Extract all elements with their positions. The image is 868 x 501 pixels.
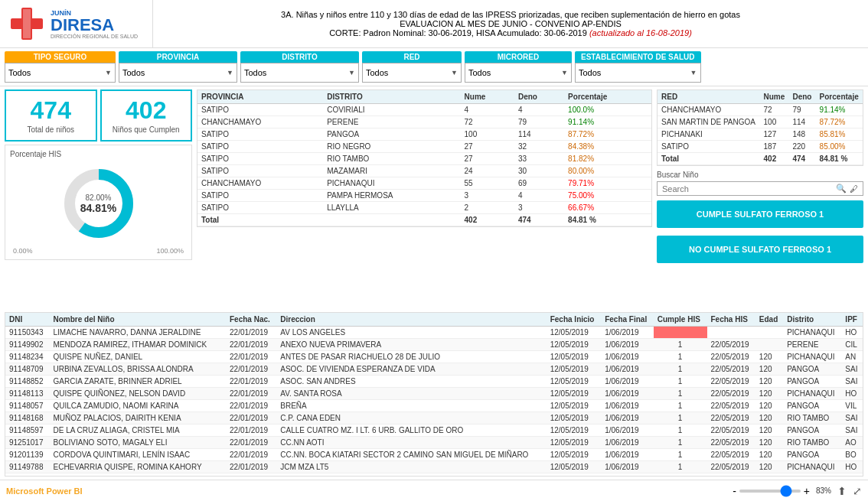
zoom-value: 83%: [816, 486, 831, 495]
table-row: CHANCHAMAYOPICHANAQUI556979.71%: [197, 177, 651, 190]
middle-panel: PROVINCIA DISTRITO Nume Deno Porcentaje …: [197, 89, 652, 309]
red-th-pct: Porcentaje: [816, 90, 863, 104]
porcentaje-title: Porcentaje HIS: [10, 150, 187, 158]
microred-select[interactable]: Todos ▼: [465, 63, 572, 83]
table-row: SAN MARTIN DE PANGOA10011487.72%: [658, 116, 863, 129]
cumple-button[interactable]: CUMPLE SULFATO FERROSO 1: [657, 200, 863, 228]
red-group: RED Todos ▼: [362, 51, 462, 83]
red-label: RED: [362, 51, 462, 63]
total-ninos-number: 474: [9, 97, 93, 124]
list-item: 91201139CORDOVA QUINTIMARI, LENÍN ISAAC2…: [5, 449, 863, 461]
bottom-data-table: DNINombre del NiñoFecha Nac.DireccionFec…: [5, 313, 863, 477]
list-item: 91148852GARCIA ZARATE, BRINNER ADRIEL22/…: [5, 376, 863, 388]
svg-rect-2: [23, 9, 31, 38]
list-item: 91251017BOLIVIANO SOTO, MAGALY ELI22/01/…: [5, 437, 863, 449]
upper-content: 474 Total de niños 402 Niños que Cumplen…: [0, 86, 868, 312]
tipo-seguro-select[interactable]: Todos ▼: [5, 63, 116, 83]
list-item: 91149902MENDOZA RAMIREZ, ITHAMAR DOMINIC…: [5, 339, 863, 351]
list-item: 91150343LIMACHE NAVARRO, DANNA JERALDINE…: [5, 327, 863, 339]
tipo-seguro-label: TIPO SEGURO: [5, 51, 116, 63]
zoom-minus[interactable]: -: [733, 485, 736, 497]
province-table: PROVINCIA DISTRITO Nume Deno Porcentaje …: [197, 90, 651, 226]
search-input[interactable]: [662, 184, 833, 194]
list-item: 91148597DE LA CRUZ ALIAGA, CRISTEL MIA22…: [5, 425, 863, 437]
table-row: SATIPORIO TAMBO273381.82%: [197, 153, 651, 165]
estab-group: ESTABLECIMIENTO DE SALUD Todos ▼: [575, 51, 701, 83]
tipo-seguro-group: TIPO SEGURO Todos ▼: [5, 51, 116, 83]
provincia-group: PROVINCIA Todos ▼: [119, 51, 237, 83]
estab-select[interactable]: Todos ▼: [575, 63, 701, 83]
table-row: SATIPOPANGOA10011487.72%: [197, 129, 651, 141]
table-row: SATIPOPAMPA HERMOSA3475.00%: [197, 190, 651, 202]
provincia-select[interactable]: Todos ▼: [119, 63, 237, 83]
microred-label: MICRORED: [465, 51, 572, 63]
zoom-slider[interactable]: [739, 490, 801, 493]
table-row: SATIPOMAZAMARI243080.00%: [197, 165, 651, 177]
microred-group: MICRORED Todos ▼: [465, 51, 572, 83]
filter-icon[interactable]: 🖋: [850, 184, 858, 194]
bottom-table-section[interactable]: DNINombre del NiñoFecha Nac.DireccionFec…: [5, 312, 863, 477]
expand-icon[interactable]: ⤢: [853, 485, 862, 497]
top-header: JUNÍN DIRESA DIRECCIÓN REGIONAL DE SALUD…: [0, 0, 868, 48]
search-label: Buscar Niño: [657, 171, 863, 179]
list-item: 91148168MUÑOZ PALACIOS, DAIRITH KENIA22/…: [5, 412, 863, 425]
logo-container: JUNÍN DIRESA DIRECCIÓN REGIONAL DE SALUD: [8, 5, 138, 43]
donut-labels: 0.00% 100.00%: [10, 247, 187, 255]
list-item: 91148709URBINA ZEVALLOS, BRISSA ALONDRA2…: [5, 363, 863, 376]
list-item: 91148234QUISPE NUÑEZ, DANIEL22/01/2019AN…: [5, 351, 863, 363]
table-row: CHANCHAMAYOPERENE727991.14%: [197, 116, 651, 129]
table-row: SATIPORIO NEGRO273284.38%: [197, 141, 651, 153]
red-table: RED Nume Deno Porcentaje CHANCHAMAYO7279…: [658, 90, 863, 165]
cumplen-box: 402 Niños que Cumplen: [100, 89, 193, 142]
filters-row: TIPO SEGURO Todos ▼ PROVINCIA Todos ▼ DI…: [0, 48, 868, 86]
logo-cross-icon: [8, 5, 46, 43]
distrito-group: DISTRITO Todos ▼: [240, 51, 359, 83]
cumplen-label: Niños que Cumplen: [105, 125, 188, 134]
logo-diresa: DIRESA: [51, 17, 138, 34]
donut-inner-pct: 82.00%: [80, 194, 116, 202]
distrito-label: DISTRITO: [240, 51, 359, 63]
pct-max: 100.00%: [156, 247, 184, 255]
estab-arrow: ▼: [690, 69, 697, 76]
prov-th-distrito: DISTRITO: [323, 90, 460, 104]
cumplen-number: 402: [105, 97, 188, 124]
donut-center: 82.00% 84.81%: [80, 194, 116, 214]
powerbi-link[interactable]: Microsoft Power BI: [6, 486, 83, 496]
distrito-select[interactable]: Todos ▼: [240, 63, 359, 83]
total-ninos-label: Total de niños: [9, 125, 93, 134]
lower-content: DNINombre del NiñoFecha Nac.DireccionFec…: [0, 312, 868, 480]
provincia-label: PROVINCIA: [119, 51, 237, 63]
prov-th-deno: Deno: [514, 90, 564, 104]
search-icon[interactable]: 🔍: [836, 184, 847, 194]
red-th-nume: Nume: [760, 90, 789, 104]
tipo-seguro-arrow: ▼: [105, 69, 112, 76]
right-panel: RED Nume Deno Porcentaje CHANCHAMAYO7279…: [657, 89, 863, 309]
red-select[interactable]: Todos ▼: [362, 63, 462, 83]
zoom-control: - + 83%: [733, 485, 831, 497]
stats-boxes: 474 Total de niños 402 Niños que Cumplen: [5, 89, 192, 142]
table-row-total: Total40247484.81 %: [197, 214, 651, 226]
list-item: 91148113QUISPE QUIÑONEZ, NELSON DAVID22/…: [5, 388, 863, 400]
logo-section: JUNÍN DIRESA DIRECCIÓN REGIONAL DE SALUD: [0, 0, 153, 47]
nocumple-button[interactable]: NO CUMPLE SULFATO FERROSO 1: [657, 236, 863, 263]
title-corte: CORTE: Padron Nominal: 30-06-2019, HISA …: [281, 28, 740, 37]
red-th-deno: Deno: [788, 90, 815, 104]
main-body: 474 Total de niños 402 Niños que Cumplen…: [0, 86, 868, 480]
donut-main-pct: 84.81%: [80, 202, 116, 214]
table-row: CHANCHAMAYO727991.14%: [658, 104, 863, 116]
table-row: SATIPO18722085.00%: [658, 141, 863, 153]
table-row: SATIPOLLAYLLA2366.67%: [197, 202, 651, 214]
total-ninos-box: 474 Total de niños: [5, 89, 97, 142]
list-item: 91148057QUILCA ZAMUDIO, NAOMI KARINA22/0…: [5, 400, 863, 412]
footer-right: - + 83% ⬆ ⤢: [733, 485, 862, 497]
red-arrow: ▼: [451, 69, 458, 76]
table-row: PICHANAKI12714885.81%: [658, 129, 863, 141]
left-panel: 474 Total de niños 402 Niños que Cumplen…: [5, 89, 192, 309]
share-icon[interactable]: ⬆: [837, 485, 847, 497]
title-main: 3A. Niñas y niños entre 110 y 130 días d…: [281, 10, 740, 19]
prov-th-nume: Nume: [461, 90, 514, 104]
list-item: 91149788ECHEVARRIA QUISPE, ROMINA KAHORY…: [5, 461, 863, 473]
microred-arrow: ▼: [561, 69, 568, 76]
search-box: 🔍 🖋: [657, 181, 863, 196]
zoom-plus[interactable]: +: [804, 485, 810, 497]
